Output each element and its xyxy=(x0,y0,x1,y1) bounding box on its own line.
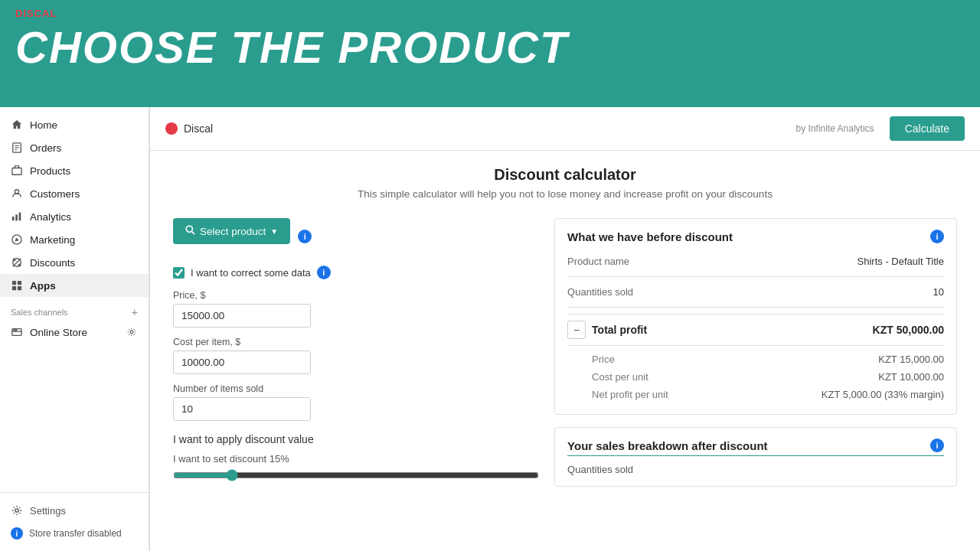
svg-rect-17 xyxy=(18,286,21,290)
svg-rect-8 xyxy=(19,213,21,221)
checkbox-row: I want to correct some data i xyxy=(173,266,539,279)
product-name-row: Product name Shirts - Default Title xyxy=(567,253,944,270)
sidebar-item-marketing[interactable]: Marketing xyxy=(0,228,149,251)
products-icon xyxy=(11,165,23,177)
sidebar-item-products-label: Products xyxy=(30,165,70,177)
select-product-button[interactable]: Select product ▼ xyxy=(173,218,290,244)
sidebar-item-orders-label: Orders xyxy=(30,142,61,154)
sidebar-item-customers[interactable]: Customers xyxy=(0,182,149,205)
svg-rect-7 xyxy=(15,214,18,220)
after-quantities-label: Quantities sold xyxy=(567,464,944,475)
svg-point-5 xyxy=(15,190,18,194)
correct-data-checkbox[interactable] xyxy=(173,267,185,279)
main-wrapper: Home Orders Products Customers xyxy=(0,107,980,551)
sidebar: Home Orders Products Customers xyxy=(0,107,149,551)
svg-line-25 xyxy=(192,232,195,235)
discount-apply-label: I want to apply discount value xyxy=(173,433,539,445)
cost-per-unit-value: KZT 10,000.00 xyxy=(878,371,944,383)
svg-rect-14 xyxy=(12,281,16,285)
before-discount-info-icon[interactable]: i xyxy=(930,230,944,243)
settings-label: Settings xyxy=(30,505,66,517)
sidebar-item-customers-label: Customers xyxy=(30,188,80,200)
store-transfer-info-icon: i xyxy=(11,527,23,540)
checkbox-info-icon[interactable]: i xyxy=(317,266,331,279)
discount-slider[interactable] xyxy=(173,469,539,481)
cost-per-item-label: Cost per item, $ xyxy=(173,337,539,347)
settings-icon xyxy=(11,504,23,517)
svg-rect-15 xyxy=(18,281,21,285)
price-sub-value: KZT 15,000.00 xyxy=(878,354,944,365)
sidebar-item-online-store[interactable]: Online Store xyxy=(0,321,149,343)
sales-channels-label: Sales channels xyxy=(11,308,68,317)
total-profit-row: − Total profit KZT 50,000.00 xyxy=(567,314,944,346)
number-items-label: Number of items sold xyxy=(173,383,539,394)
sidebar-item-apps[interactable]: Apps xyxy=(0,274,149,297)
cost-input-wrapper: ▲ ▼ xyxy=(173,350,311,374)
discounts-icon xyxy=(11,256,23,269)
calc-left: Select product ▼ i I want to correct som… xyxy=(173,218,539,487)
select-product-info-icon[interactable]: i xyxy=(298,230,312,243)
app-header: Discal by Infinite Analytics Calculate xyxy=(150,107,980,151)
price-sub-row: Price KZT 15,000.00 xyxy=(567,350,944,368)
svg-point-22 xyxy=(130,331,133,334)
sidebar-item-settings[interactable]: Settings xyxy=(0,499,149,522)
before-discount-header: What we have before discount i xyxy=(567,230,944,243)
by-label: by Infinite Analytics xyxy=(796,123,874,134)
apps-icon xyxy=(11,279,23,292)
price-sub-label: Price xyxy=(592,354,615,365)
discount-set-label: I want to set discount 15% xyxy=(173,453,539,465)
online-store-icon xyxy=(11,326,23,338)
banner-title: CHOOSE THE PRODUCT xyxy=(15,25,965,70)
sidebar-item-analytics[interactable]: Analytics xyxy=(0,205,149,228)
before-discount-title: What we have before discount xyxy=(567,230,733,243)
calculate-button[interactable]: Calculate xyxy=(890,116,965,141)
dropdown-arrow-icon: ▼ xyxy=(270,227,278,236)
app-frame: Discal by Infinite Analytics Calculate D… xyxy=(149,107,980,551)
add-sales-channel-icon[interactable]: + xyxy=(132,306,138,318)
after-discount-info-icon[interactable]: i xyxy=(930,439,944,452)
calc-two-col: Select product ▼ i I want to correct som… xyxy=(173,218,957,487)
total-profit-collapse-btn[interactable]: − xyxy=(567,321,586,339)
net-profit-label: Net profit per unit xyxy=(592,389,668,400)
online-store-settings-icon[interactable] xyxy=(126,326,138,338)
quantities-sold-label: Quantities sold xyxy=(567,286,633,298)
number-items-wrapper: ▲ ▼ xyxy=(173,397,311,421)
sidebar-bottom: Settings i Store transfer disabled xyxy=(0,492,149,551)
sidebar-item-orders[interactable]: Orders xyxy=(0,136,149,159)
sidebar-item-apps-label: Apps xyxy=(30,280,56,292)
store-transfer: i Store transfer disabled xyxy=(0,522,149,545)
sidebar-item-products[interactable]: Products xyxy=(0,159,149,182)
brand-label: DISCAL xyxy=(15,8,965,19)
discount-section: I want to apply discount value I want to… xyxy=(173,433,539,484)
price-input[interactable] xyxy=(174,305,311,327)
app-header-left: Discal xyxy=(165,122,213,135)
sidebar-scroll: Home Orders Products Customers xyxy=(0,107,149,492)
total-profit-value: KZT 50,000.00 xyxy=(873,324,944,336)
number-items-input[interactable] xyxy=(174,398,311,420)
before-discount-panel: What we have before discount i Product n… xyxy=(554,218,957,415)
sidebar-item-discounts[interactable]: Discounts xyxy=(0,251,149,274)
sidebar-item-analytics-label: Analytics xyxy=(30,211,71,223)
sales-channels-section: Sales channels + xyxy=(0,297,149,321)
product-name-value: Shirts - Default Title xyxy=(858,256,944,267)
orders-icon xyxy=(11,142,23,154)
svg-point-21 xyxy=(15,330,16,331)
customers-icon xyxy=(11,187,23,200)
svg-point-23 xyxy=(15,509,18,512)
net-profit-value: KZT 5,000.00 (33% margin) xyxy=(822,389,944,400)
net-profit-row: Net profit per unit KZT 5,000.00 (33% ma… xyxy=(567,386,944,403)
store-transfer-label: Store transfer disabled xyxy=(29,528,122,539)
home-icon xyxy=(11,119,23,131)
top-banner: DISCAL CHOOSE THE PRODUCT xyxy=(0,0,980,107)
calc-right: What we have before discount i Product n… xyxy=(554,218,957,487)
price-input-wrapper: ▲ ▼ xyxy=(173,304,311,328)
discal-dot xyxy=(165,122,178,135)
select-product-label: Select product xyxy=(200,226,266,237)
after-discount-panel: Your sales breakdown after discount i Qu… xyxy=(554,427,957,487)
marketing-icon xyxy=(11,233,23,246)
after-discount-title: Your sales breakdown after discount xyxy=(567,439,767,452)
sidebar-item-discounts-label: Discounts xyxy=(30,257,75,269)
sidebar-item-home[interactable]: Home xyxy=(0,113,149,136)
cost-input[interactable] xyxy=(174,351,311,373)
calculator-title: Discount calculator xyxy=(173,166,957,184)
